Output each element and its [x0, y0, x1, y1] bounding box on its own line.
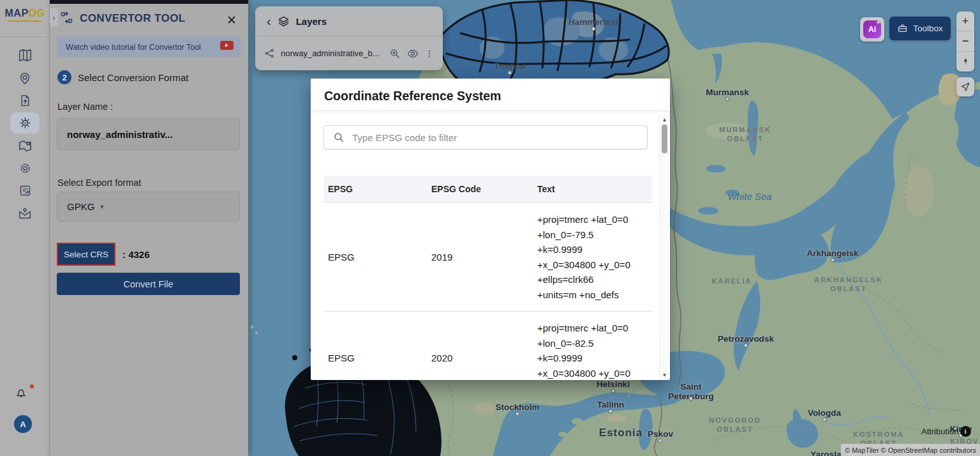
epsg-search-input[interactable]: Type EPSG code to filter	[323, 125, 648, 149]
region-label: ARKHANGELSK OBLAST	[814, 275, 883, 293]
briefcase-icon	[897, 23, 908, 34]
ai-icon: Ai ✦	[863, 20, 881, 38]
city-label: Tallinn	[597, 400, 625, 409]
table-row[interactable]: EPSG 2020 +proj=tmerc +lat_0=0 +lon_0=-8…	[323, 312, 653, 380]
visibility-eye-icon[interactable]	[406, 48, 419, 59]
convert-file-button[interactable]: Convert File	[57, 273, 240, 295]
step-label: Select Conversion Format	[78, 72, 188, 83]
city-label: Helsinki	[597, 379, 630, 389]
city-marker	[508, 71, 512, 75]
sidebar-item-convertor[interactable]	[10, 112, 40, 133]
file-upload-icon	[19, 94, 32, 107]
map-icon	[18, 48, 33, 63]
col-text: Text	[533, 184, 653, 194]
city-label: Petrozavodsk	[718, 334, 774, 344]
city-label: Arkhangelsk	[806, 248, 858, 258]
convertor-tool-panel: › CONVERTOR TOOL ✕ Watch video tutorial …	[50, 0, 248, 456]
zoom-to-layer-icon[interactable]	[389, 48, 401, 59]
info-icon[interactable]: i	[960, 426, 971, 437]
zoom-controls: + −	[956, 11, 974, 72]
crs-value: : 4326	[122, 249, 150, 260]
zoom-in-button[interactable]: +	[956, 11, 974, 31]
sidebar-item-map-location[interactable]	[10, 135, 40, 156]
notifications-bell[interactable]	[14, 386, 36, 402]
logo-underline	[8, 20, 41, 22]
converter-gear-icon	[18, 116, 33, 130]
city-label: Stockholm	[495, 402, 539, 412]
panel-header: CONVERTOR TOOL ✕	[50, 4, 248, 33]
vector-layer-icon	[264, 48, 275, 59]
select-crs-button[interactable]: Select CRS	[57, 243, 115, 266]
city-marker	[609, 409, 613, 414]
step-indicator: 2 Select Conversion Format	[57, 70, 188, 84]
toolbox-label: Toolbox	[913, 24, 943, 33]
settings-gear-icon	[19, 162, 32, 175]
crs-row: Select CRS : 4326	[57, 243, 150, 266]
map-location-icon	[18, 139, 33, 153]
search-placeholder: Type EPSG code to filter	[352, 132, 457, 143]
layers-icon	[278, 15, 290, 27]
video-tutorial-icon	[220, 41, 234, 54]
scroll-down-icon[interactable]: ▼	[660, 372, 669, 378]
modal-title: Coordinate Reference System	[324, 89, 501, 103]
layer-name-label: Layer Name :	[57, 102, 113, 112]
zoom-out-button[interactable]: −	[956, 31, 974, 51]
city-label: Hammerfest	[568, 17, 618, 27]
map-copyright[interactable]: © MapTiler © OpenStreetMap contributors	[841, 444, 980, 456]
water-label: White Sea	[727, 191, 771, 202]
back-chevron-icon[interactable]: ‹	[267, 15, 271, 27]
compass-button[interactable]	[956, 52, 974, 72]
table-row[interactable]: EPSG 2019 +proj=tmerc +lat_0=0 +lon_0=-7…	[323, 203, 653, 312]
city-marker	[516, 412, 520, 416]
app-logo[interactable]: MAPOG	[0, 0, 50, 37]
city-marker	[591, 27, 596, 31]
city-marker	[725, 97, 730, 102]
layers-panel: ‹ Layers norway_administrative_b...	[255, 6, 443, 70]
city-marker	[822, 418, 827, 422]
col-epsg: EPSG	[323, 184, 427, 194]
close-panel-icon[interactable]: ✕	[226, 14, 237, 26]
country-label: Estonia	[599, 427, 642, 439]
city-label: Murmansk	[706, 87, 749, 97]
sidebar-item-location[interactable]	[10, 68, 40, 89]
panel-title: CONVERTOR TOOL	[80, 12, 186, 25]
sidebar-item-settings[interactable]	[10, 158, 40, 179]
toolbox-button[interactable]: Toolbox	[889, 17, 951, 40]
export-format-label: Select Export format	[57, 178, 141, 188]
layers-title: Layers	[296, 16, 327, 27]
attribution-label: Attribution	[921, 427, 959, 436]
convertor-icon	[60, 11, 73, 27]
banner-text: Watch video tutorial for Convertor Tool	[66, 43, 201, 52]
sparkle-icon: ✦	[876, 20, 880, 26]
modal-divider	[311, 110, 670, 111]
ai-tool-button[interactable]: Ai ✦	[860, 17, 884, 42]
modal-scrollbar[interactable]: ▲ ▼	[659, 115, 669, 380]
city-marker	[658, 439, 663, 443]
search-icon	[333, 132, 345, 143]
city-marker	[831, 258, 835, 262]
city-marker	[689, 397, 694, 401]
sidebar-item-upload[interactable]	[10, 90, 40, 111]
video-tutorial-banner[interactable]: Watch video tutorial for Convertor Tool	[57, 36, 241, 57]
layer-name: norway_administrative_b...	[281, 49, 388, 58]
export-format-select[interactable]: GPKG ▼	[57, 192, 240, 222]
locate-button[interactable]	[956, 77, 974, 96]
notification-dot	[30, 384, 34, 388]
layer-name-field[interactable]: norway_administrativ...	[57, 118, 240, 150]
more-options-icon[interactable]	[425, 49, 434, 59]
scrollbar-thumb[interactable]	[662, 125, 667, 153]
city-marker	[611, 389, 616, 393]
scroll-up-icon[interactable]: ▲	[660, 117, 669, 123]
layers-header: ‹ Layers	[255, 6, 443, 36]
region-label: NOVGOROD OBLAST	[709, 416, 761, 434]
layer-row[interactable]: norway_administrative_b...	[255, 36, 443, 70]
location-pin-icon	[18, 72, 32, 86]
sidebar-item-map[interactable]	[10, 45, 40, 66]
sidebar-item-mail[interactable]	[10, 203, 40, 224]
crs-table: EPSG EPSG Code Text EPSG 2019 +proj=tmer…	[323, 176, 653, 380]
user-avatar[interactable]: A	[14, 415, 32, 433]
sidebar-item-report[interactable]	[10, 180, 40, 201]
city-label: Pskov	[648, 429, 673, 439]
app-window: Hammerfest Tromsø Murmansk Arkhangelsk P…	[0, 0, 980, 456]
city-label: Vologda	[808, 408, 841, 418]
